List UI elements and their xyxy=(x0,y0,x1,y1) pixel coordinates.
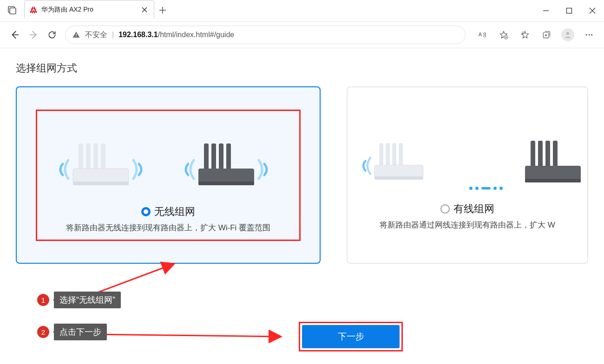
browser-titlebar: 华为路由 AX2 Pro xyxy=(0,0,604,22)
option-wireless-desc: 将新路由器无线连接到现有路由器上，扩大 Wi-Fi 覆盖范围 xyxy=(66,222,270,233)
wireless-network-illustration xyxy=(50,123,287,193)
browser-tab-active[interactable]: 华为路由 AX2 Pro xyxy=(24,0,154,19)
svg-rect-31 xyxy=(538,141,543,167)
huawei-favicon xyxy=(29,6,38,14)
svg-rect-32 xyxy=(545,141,550,167)
new-tab-button[interactable] xyxy=(154,2,171,19)
forward-button xyxy=(24,26,43,44)
profile-avatar[interactable] xyxy=(558,26,577,44)
option-wired-desc: 将新路由器通过网线连接到现有路由器上，扩大 W xyxy=(380,220,555,230)
collections-icon[interactable] xyxy=(537,26,556,44)
back-button[interactable] xyxy=(6,26,24,44)
svg-rect-33 xyxy=(553,141,558,167)
window-minimize-button[interactable] xyxy=(534,1,558,20)
svg-rect-17 xyxy=(73,182,129,185)
radio-wired[interactable] xyxy=(440,204,450,214)
option-card-wireless[interactable]: 无线组网 将新路由器无线连接到现有路由器上，扩大 Wi-Fi 覆盖范围 xyxy=(16,86,321,264)
page-title: 选择组网方式 xyxy=(16,61,588,75)
svg-rect-26 xyxy=(392,143,396,166)
svg-rect-30 xyxy=(531,141,535,167)
svg-rect-16 xyxy=(73,169,129,183)
svg-rect-22 xyxy=(198,169,254,183)
svg-rect-25 xyxy=(386,143,390,166)
svg-rect-28 xyxy=(374,165,423,178)
window-maximize-button[interactable] xyxy=(558,1,581,20)
svg-rect-2 xyxy=(567,8,572,13)
radio-wireless[interactable] xyxy=(141,207,151,216)
tutorial-highlight-box: 无线组网 将新路由器无线连接到现有路由器上，扩大 Wi-Fi 覆盖范围 xyxy=(36,110,301,241)
svg-point-8 xyxy=(566,32,569,35)
browser-toolbar: 不安全 | 192.168.3.1/html/index.html#/guide… xyxy=(0,22,604,48)
svg-rect-21 xyxy=(226,143,231,169)
svg-point-9 xyxy=(586,34,587,36)
svg-rect-34 xyxy=(525,166,581,181)
wired-connection-icon xyxy=(469,187,503,190)
read-aloud-icon[interactable]: A xyxy=(473,26,492,44)
tab-close-icon[interactable] xyxy=(140,5,149,14)
router-setup-page: 选择组网方式 xyxy=(0,48,604,264)
svg-rect-29 xyxy=(374,176,423,179)
more-menu-icon[interactable] xyxy=(580,26,598,44)
svg-rect-27 xyxy=(399,143,403,166)
svg-rect-23 xyxy=(198,182,254,185)
option-wired-title: 有线组网 xyxy=(453,202,494,216)
svg-rect-18 xyxy=(204,143,209,169)
svg-rect-35 xyxy=(525,179,581,182)
not-secure-icon xyxy=(72,31,80,39)
favorite-add-icon[interactable] xyxy=(494,26,513,44)
svg-rect-14 xyxy=(93,143,98,169)
svg-rect-3 xyxy=(76,34,77,36)
wired-network-illustration xyxy=(354,120,581,190)
window-controls xyxy=(534,0,604,21)
svg-rect-1 xyxy=(10,8,16,14)
address-url: 192.168.3.1/html/index.html#/guide xyxy=(118,31,459,39)
tab-overview-icon[interactable] xyxy=(4,2,20,19)
security-label: 不安全 xyxy=(85,30,107,40)
address-bar[interactable]: 不安全 | 192.168.3.1/html/index.html#/guide xyxy=(65,26,466,44)
window-close-button[interactable] xyxy=(581,1,604,20)
svg-point-11 xyxy=(591,34,592,36)
svg-rect-12 xyxy=(79,143,83,169)
svg-rect-20 xyxy=(219,143,223,169)
svg-rect-24 xyxy=(379,143,383,166)
svg-rect-19 xyxy=(211,143,216,169)
svg-rect-4 xyxy=(76,36,77,37)
favorites-icon[interactable] xyxy=(516,26,534,44)
option-card-wired[interactable]: 有线组网 将新路由器通过网线连接到现有路由器上，扩大 W xyxy=(347,86,588,264)
svg-rect-13 xyxy=(86,143,91,169)
svg-point-10 xyxy=(589,34,590,36)
tab-title: 华为路由 AX2 Pro xyxy=(41,6,140,14)
svg-text:A: A xyxy=(479,32,482,37)
option-wireless-title: 无线组网 xyxy=(154,205,195,219)
refresh-button[interactable] xyxy=(43,26,61,44)
svg-rect-15 xyxy=(101,143,105,169)
